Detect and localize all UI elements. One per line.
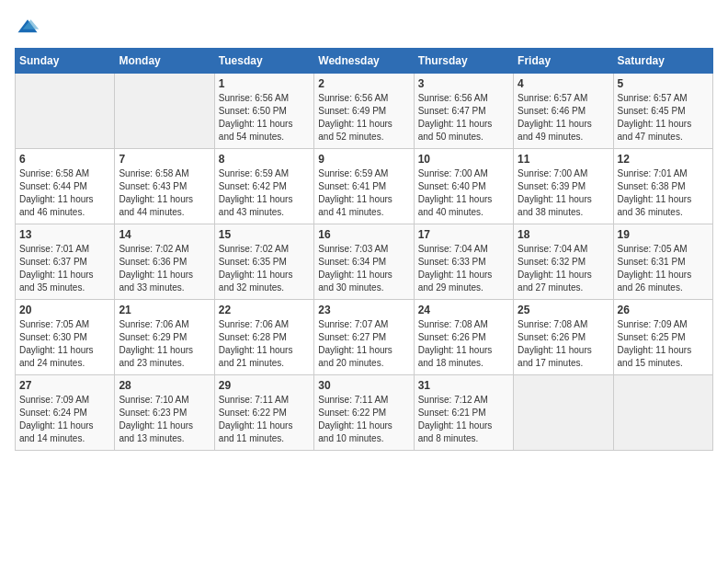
day-info: Sunrise: 7:09 AM Sunset: 6:25 PM Dayligh… <box>618 318 709 370</box>
calendar-cell: 6Sunrise: 6:58 AM Sunset: 6:44 PM Daylig… <box>16 149 115 224</box>
day-info: Sunrise: 7:00 AM Sunset: 6:40 PM Dayligh… <box>418 167 509 219</box>
day-number: 22 <box>219 304 310 316</box>
calendar-cell: 4Sunrise: 6:57 AM Sunset: 6:46 PM Daylig… <box>514 74 613 149</box>
calendar-cell: 14Sunrise: 7:02 AM Sunset: 6:36 PM Dayli… <box>115 224 214 300</box>
day-info: Sunrise: 6:56 AM Sunset: 6:49 PM Dayligh… <box>318 92 409 144</box>
day-info: Sunrise: 7:04 AM Sunset: 6:32 PM Dayligh… <box>518 243 609 294</box>
calendar-cell: 19Sunrise: 7:05 AM Sunset: 6:31 PM Dayli… <box>613 224 712 300</box>
day-number: 2 <box>318 77 409 90</box>
day-info: Sunrise: 6:56 AM Sunset: 6:47 PM Dayligh… <box>418 92 509 144</box>
calendar-cell: 25Sunrise: 7:08 AM Sunset: 6:26 PM Dayli… <box>514 300 613 375</box>
day-number: 12 <box>618 153 709 166</box>
calendar-cell: 23Sunrise: 7:07 AM Sunset: 6:27 PM Dayli… <box>314 300 414 375</box>
calendar-cell: 2Sunrise: 6:56 AM Sunset: 6:49 PM Daylig… <box>314 74 414 149</box>
calendar-cell: 7Sunrise: 6:58 AM Sunset: 6:43 PM Daylig… <box>115 149 214 224</box>
day-number: 17 <box>418 228 509 241</box>
day-number: 14 <box>119 228 210 241</box>
day-number: 16 <box>318 228 409 241</box>
day-number: 31 <box>418 379 509 392</box>
calendar-cell: 31Sunrise: 7:12 AM Sunset: 6:21 PM Dayli… <box>414 375 513 451</box>
day-header-wednesday: Wednesday <box>314 49 414 74</box>
calendar-cell <box>16 74 115 149</box>
logo-icon <box>15 15 40 40</box>
calendar-cell: 8Sunrise: 6:59 AM Sunset: 6:42 PM Daylig… <box>214 149 313 224</box>
day-header-thursday: Thursday <box>414 49 513 74</box>
day-number: 8 <box>219 153 310 166</box>
calendar-cell: 21Sunrise: 7:06 AM Sunset: 6:29 PM Dayli… <box>115 300 214 375</box>
day-number: 4 <box>518 77 609 90</box>
day-info: Sunrise: 7:00 AM Sunset: 6:39 PM Dayligh… <box>518 167 609 219</box>
day-info: Sunrise: 7:11 AM Sunset: 6:22 PM Dayligh… <box>219 394 310 445</box>
day-info: Sunrise: 7:06 AM Sunset: 6:29 PM Dayligh… <box>119 318 210 370</box>
day-number: 3 <box>418 77 509 90</box>
day-info: Sunrise: 6:59 AM Sunset: 6:41 PM Dayligh… <box>318 167 409 219</box>
day-number: 25 <box>518 304 609 316</box>
day-header-monday: Monday <box>115 49 214 74</box>
day-number: 30 <box>318 379 409 392</box>
calendar-cell: 29Sunrise: 7:11 AM Sunset: 6:22 PM Dayli… <box>214 375 313 451</box>
day-info: Sunrise: 6:59 AM Sunset: 6:42 PM Dayligh… <box>219 167 310 219</box>
day-header-sunday: Sunday <box>16 49 115 74</box>
day-number: 7 <box>119 153 210 166</box>
calendar-cell: 5Sunrise: 6:57 AM Sunset: 6:45 PM Daylig… <box>613 74 712 149</box>
day-info: Sunrise: 7:05 AM Sunset: 6:30 PM Dayligh… <box>19 318 110 370</box>
day-header-friday: Friday <box>514 49 613 74</box>
calendar-cell: 11Sunrise: 7:00 AM Sunset: 6:39 PM Dayli… <box>514 149 613 224</box>
day-number: 1 <box>219 77 310 90</box>
day-number: 10 <box>418 153 509 166</box>
calendar-cell: 15Sunrise: 7:02 AM Sunset: 6:35 PM Dayli… <box>214 224 313 300</box>
day-info: Sunrise: 6:58 AM Sunset: 6:44 PM Dayligh… <box>19 167 110 219</box>
day-number: 20 <box>19 304 110 316</box>
calendar-cell: 20Sunrise: 7:05 AM Sunset: 6:30 PM Dayli… <box>16 300 115 375</box>
calendar-cell <box>613 375 712 451</box>
day-number: 6 <box>19 153 110 166</box>
day-info: Sunrise: 6:56 AM Sunset: 6:50 PM Dayligh… <box>219 92 310 144</box>
calendar-cell: 18Sunrise: 7:04 AM Sunset: 6:32 PM Dayli… <box>514 224 613 300</box>
day-number: 28 <box>119 379 210 392</box>
day-number: 5 <box>618 77 709 90</box>
day-info: Sunrise: 6:57 AM Sunset: 6:46 PM Dayligh… <box>518 92 609 144</box>
day-number: 11 <box>518 153 609 166</box>
days-header-row: SundayMondayTuesdayWednesdayThursdayFrid… <box>16 49 713 74</box>
day-info: Sunrise: 7:09 AM Sunset: 6:24 PM Dayligh… <box>19 394 110 445</box>
day-info: Sunrise: 7:04 AM Sunset: 6:33 PM Dayligh… <box>418 243 509 294</box>
page-header <box>15 15 713 40</box>
day-info: Sunrise: 7:08 AM Sunset: 6:26 PM Dayligh… <box>518 318 609 370</box>
calendar-cell <box>115 74 214 149</box>
day-info: Sunrise: 7:02 AM Sunset: 6:36 PM Dayligh… <box>119 243 210 294</box>
logo <box>15 15 44 40</box>
day-number: 23 <box>318 304 409 316</box>
week-row-1: 1Sunrise: 6:56 AM Sunset: 6:50 PM Daylig… <box>16 74 713 149</box>
week-row-5: 27Sunrise: 7:09 AM Sunset: 6:24 PM Dayli… <box>16 375 713 451</box>
calendar-cell: 16Sunrise: 7:03 AM Sunset: 6:34 PM Dayli… <box>314 224 414 300</box>
calendar-cell: 28Sunrise: 7:10 AM Sunset: 6:23 PM Dayli… <box>115 375 214 451</box>
day-number: 21 <box>119 304 210 316</box>
day-header-saturday: Saturday <box>613 49 712 74</box>
day-info: Sunrise: 7:02 AM Sunset: 6:35 PM Dayligh… <box>219 243 310 294</box>
day-info: Sunrise: 7:12 AM Sunset: 6:21 PM Dayligh… <box>418 394 509 445</box>
day-info: Sunrise: 7:08 AM Sunset: 6:26 PM Dayligh… <box>418 318 509 370</box>
day-number: 19 <box>618 228 709 241</box>
calendar-cell: 22Sunrise: 7:06 AM Sunset: 6:28 PM Dayli… <box>214 300 313 375</box>
calendar-table: SundayMondayTuesdayWednesdayThursdayFrid… <box>15 48 713 451</box>
day-number: 29 <box>219 379 310 392</box>
calendar-cell: 10Sunrise: 7:00 AM Sunset: 6:40 PM Dayli… <box>414 149 513 224</box>
day-number: 26 <box>618 304 709 316</box>
day-info: Sunrise: 7:01 AM Sunset: 6:37 PM Dayligh… <box>19 243 110 294</box>
day-info: Sunrise: 7:07 AM Sunset: 6:27 PM Dayligh… <box>318 318 409 370</box>
day-info: Sunrise: 7:05 AM Sunset: 6:31 PM Dayligh… <box>618 243 709 294</box>
day-number: 27 <box>19 379 110 392</box>
day-info: Sunrise: 7:03 AM Sunset: 6:34 PM Dayligh… <box>318 243 409 294</box>
calendar-cell: 17Sunrise: 7:04 AM Sunset: 6:33 PM Dayli… <box>414 224 513 300</box>
calendar-cell: 30Sunrise: 7:11 AM Sunset: 6:22 PM Dayli… <box>314 375 414 451</box>
week-row-2: 6Sunrise: 6:58 AM Sunset: 6:44 PM Daylig… <box>16 149 713 224</box>
calendar-cell: 12Sunrise: 7:01 AM Sunset: 6:38 PM Dayli… <box>613 149 712 224</box>
calendar-cell: 3Sunrise: 6:56 AM Sunset: 6:47 PM Daylig… <box>414 74 513 149</box>
day-info: Sunrise: 7:06 AM Sunset: 6:28 PM Dayligh… <box>219 318 310 370</box>
calendar-cell: 13Sunrise: 7:01 AM Sunset: 6:37 PM Dayli… <box>16 224 115 300</box>
day-header-tuesday: Tuesday <box>214 49 313 74</box>
day-info: Sunrise: 7:10 AM Sunset: 6:23 PM Dayligh… <box>119 394 210 445</box>
day-info: Sunrise: 6:58 AM Sunset: 6:43 PM Dayligh… <box>119 167 210 219</box>
day-info: Sunrise: 7:11 AM Sunset: 6:22 PM Dayligh… <box>318 394 409 445</box>
week-row-4: 20Sunrise: 7:05 AM Sunset: 6:30 PM Dayli… <box>16 300 713 375</box>
